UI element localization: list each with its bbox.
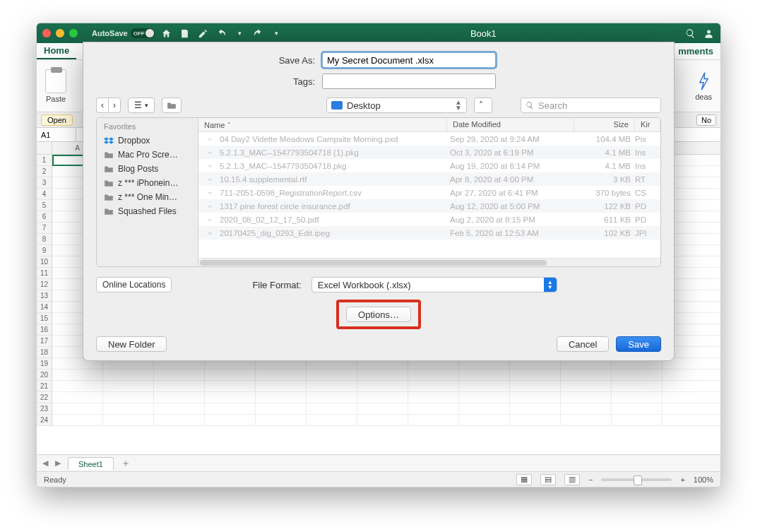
sidebar-item-dropbox[interactable]: Dropbox [97,134,198,148]
sidebar-item-label: z *** One Min… [118,192,177,202]
sidebar-item-one-min[interactable]: z *** One Min… [97,190,198,204]
file-row[interactable]: ▫10.15.4 supplemental.rtfApr 8, 2020 at … [198,172,660,186]
file-date: Aug 19, 2020 at 6:14 PM [450,162,571,170]
zoom-out-button[interactable]: − [588,475,593,484]
file-icon: ▫ [204,175,215,184]
paste-label: Paste [46,95,66,103]
view-page-layout-icon[interactable]: ▤ [540,474,556,485]
cancel-button[interactable]: Cancel [557,336,609,352]
options-button[interactable]: Options… [346,307,411,322]
redo-chevron-icon[interactable]: ▾ [271,27,283,40]
sidebar-item-label: Mac Pro Scre… [118,150,178,160]
group-button[interactable] [162,97,182,113]
ideas-button[interactable]: deas [695,71,712,101]
file-name: 20170425_dig_0293_Edit.ipeg [220,229,446,237]
view-normal-icon[interactable]: ▦ [516,474,532,485]
search-icon[interactable] [684,27,696,40]
no-button[interactable]: No [696,114,716,126]
view-page-break-icon[interactable]: ▥ [564,474,580,485]
sidebar-item-blog-posts[interactable]: Blog Posts [97,162,198,176]
paste-button[interactable]: Paste [45,69,66,103]
app-window: AutoSave OFF ▾ ▾ Book1 Home mments Paste… [36,23,721,487]
edit-icon[interactable] [197,27,210,40]
prev-sheet-icon[interactable]: ◀ [42,459,48,468]
sheet-tab-bar: ◀ ▶ Sheet1 ＋ [37,454,720,471]
file-row[interactable]: ▫2020_08_02_12_17_50.pdfAug 2, 2020 at 8… [198,213,660,226]
folder-icon [104,179,114,187]
file-row[interactable]: ▫711-2051-0598_RegistrationReport.csvApr… [198,186,660,199]
file-format-label: File Format: [252,280,301,290]
search-icon [526,101,534,110]
bolt-icon [696,71,711,91]
file-date: Apr 27, 2020 at 6:41 PM [450,189,571,197]
file-date: Aug 2, 2020 at 8:15 PM [450,215,571,224]
save-button[interactable]: Save [616,336,661,352]
column-date-modified[interactable]: Date Modified [447,118,574,131]
filename-input[interactable] [322,52,496,68]
close-window-button[interactable] [42,29,51,37]
search-field[interactable]: Search [521,97,661,113]
file-size: 102 KB [576,229,631,237]
column-size[interactable]: Size [574,118,635,131]
zoom-in-button[interactable]: + [680,475,684,484]
chevron-down-icon: ▾ [145,102,148,109]
undo-chevron-icon[interactable]: ▾ [234,27,247,40]
save-dialog: Save As: Tags: ‹ › ☰ ▾ Desktop ▲▼ [83,42,675,361]
location-popup[interactable]: Desktop ▲▼ [326,97,467,113]
file-icon: ▫ [204,201,215,211]
column-name[interactable]: Name ˄ [198,118,447,131]
sidebar-item-mac-pro-screenshots[interactable]: Mac Pro Scre… [97,148,198,162]
redo-icon[interactable] [252,27,265,40]
open-button[interactable]: Open [41,114,73,126]
minimize-window-button[interactable] [56,29,64,37]
file-kind: Pix [635,135,655,143]
name-box[interactable]: A1 [37,128,76,141]
file-date: Aug 12, 2020 at 5:00 PM [450,202,571,211]
horizontal-scrollbar[interactable] [198,258,660,266]
search-placeholder: Search [538,100,567,111]
file-name: 5.2.1.3_MAC--1547793504718.pkg [220,162,446,170]
file-list[interactable]: ▫04 Day2 Vidette Meadows Campsite Mornin… [198,132,660,258]
back-button[interactable]: ‹ [96,97,108,113]
file-row[interactable]: ▫5.2.1.3_MAC--1547793504718 (1).pkgOct 3… [198,146,660,159]
clipboard-icon [45,69,66,93]
comments-button[interactable]: mments [671,43,720,59]
file-row[interactable]: ▫04 Day2 Vidette Meadows Campsite Mornin… [198,132,660,146]
add-sheet-button[interactable]: ＋ [121,457,131,470]
column-kind[interactable]: Kir [635,118,660,131]
desktop-folder-icon [331,101,343,110]
view-mode-button[interactable]: ☰ ▾ [128,97,155,113]
save-icon[interactable] [179,27,191,40]
collapse-panel-button[interactable]: ˄ [474,97,492,113]
sheet-tab-sheet1[interactable]: Sheet1 [68,457,114,470]
sidebar-item-squashed-files[interactable]: Squashed Files [97,204,198,218]
file-format-select[interactable]: Excel Workbook (.xlsx) ▲▼ [311,277,557,292]
file-row[interactable]: ▫1317 pine forest circle insurance.pdfAu… [198,199,660,213]
file-name: 711-2051-0598_RegistrationReport.csv [220,189,446,197]
undo-icon[interactable] [215,27,228,40]
sidebar-item-iphonein[interactable]: z *** iPhonein… [97,176,198,190]
file-icon: ▫ [204,228,215,238]
autosave-toggle[interactable]: AutoSave OFF [92,28,155,38]
next-sheet-icon[interactable]: ▶ [55,459,61,468]
tags-input[interactable] [322,73,496,89]
autosave-state: OFF [131,28,155,38]
sidebar: Favorites Dropbox Mac Pro Scre… Blog Pos… [97,118,198,266]
file-size: 611 KB [576,215,631,224]
account-icon[interactable] [702,27,715,40]
sidebar-item-label: Squashed Files [118,206,177,216]
new-folder-button[interactable]: New Folder [96,336,167,352]
file-kind: CS [635,189,655,197]
fullscreen-window-button[interactable] [69,29,78,37]
file-row[interactable]: ▫5.2.1.3_MAC--1547793504718.pkgAug 19, 2… [198,159,660,172]
online-locations-button[interactable]: Online Locations [96,277,172,292]
file-kind: PD [635,202,655,211]
zoom-slider[interactable] [601,478,672,481]
zoom-level: 100% [694,475,713,484]
file-name: 04 Day2 Vidette Meadows Campsite Morning… [220,135,446,143]
forward-button[interactable]: › [108,97,121,113]
file-row[interactable]: ▫20170425_dig_0293_Edit.ipegFeb 5, 2020 … [198,226,660,240]
home-icon[interactable] [160,27,173,40]
tab-home[interactable]: Home [37,42,76,59]
tags-label: Tags: [96,76,322,87]
